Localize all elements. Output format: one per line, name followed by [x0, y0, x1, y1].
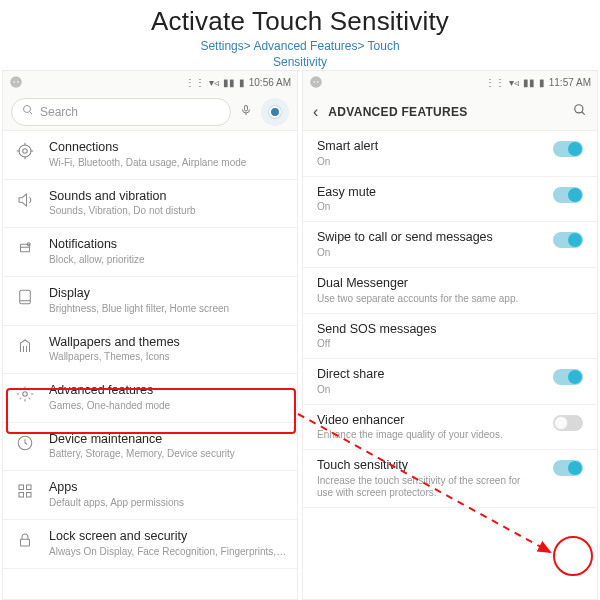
svg-point-3 — [24, 106, 31, 113]
settings-item-advanced[interactable]: Advanced featuresGames, One-handed mode — [3, 374, 297, 423]
svg-rect-16 — [20, 290, 31, 304]
signal-icon: ▮▮ — [523, 77, 535, 88]
item-title: Video enhancer — [317, 413, 537, 429]
item-subtitle: Always On Display, Face Recognition, Fin… — [49, 546, 287, 558]
svg-point-28 — [313, 81, 315, 83]
svg-line-4 — [30, 112, 33, 115]
item-subtitle: On — [317, 384, 537, 396]
settings-item-wallpaper[interactable]: Wallpapers and themesWallpapers, Themes,… — [3, 326, 297, 375]
svg-point-1 — [13, 81, 15, 83]
settings-item-connections[interactable]: ConnectionsWi-Fi, Bluetooth, Data usage,… — [3, 131, 297, 180]
wifi-icon: ▾◃ — [209, 77, 219, 88]
item-title: Swipe to call or send messages — [317, 230, 537, 246]
item-title: Send SOS messages — [317, 322, 583, 338]
item-subtitle: Increase the touch sensitivity of the sc… — [317, 475, 537, 499]
feature-item[interactable]: Swipe to call or send messagesOn — [303, 222, 597, 268]
lock-icon — [13, 529, 37, 549]
feature-item[interactable]: Smart alertOn — [303, 131, 597, 177]
item-subtitle: Wi-Fi, Bluetooth, Data usage, Airplane m… — [49, 157, 287, 169]
wifi-icon: ▾◃ — [509, 77, 519, 88]
item-title: Dual Messenger — [317, 276, 583, 292]
toggle-switch[interactable] — [553, 415, 583, 431]
breadcrumb: Settings> Advanced Features> Touch Sensi… — [0, 39, 600, 70]
svg-rect-25 — [27, 493, 32, 498]
status-time: 11:57 AM — [549, 77, 591, 88]
svg-point-7 — [23, 149, 28, 154]
mic-icon[interactable] — [239, 103, 253, 120]
battery-icon: ▮ — [539, 77, 545, 88]
settings-item-apps[interactable]: AppsDefault apps, App permissions — [3, 471, 297, 520]
phone-settings: ⋮⋮ ▾◃ ▮▮ ▮ 10:56 AM Search — [2, 70, 298, 600]
status-bar: ⋮⋮ ▾◃ ▮▮ ▮ 11:57 AM — [303, 71, 597, 93]
wallpaper-icon — [13, 335, 37, 355]
display-icon — [13, 286, 37, 306]
reddit-icon — [309, 75, 323, 89]
reddit-icon — [9, 75, 23, 89]
item-title: Sounds and vibration — [49, 189, 287, 205]
advanced-icon — [13, 383, 37, 403]
settings-item-display[interactable]: DisplayBrightness, Blue light filter, Ho… — [3, 277, 297, 326]
bluetooth-icon: ⋮⋮ — [485, 77, 505, 88]
feature-item[interactable]: Direct shareOn — [303, 359, 597, 405]
item-title: Notifications — [49, 237, 287, 253]
item-title: Easy mute — [317, 185, 537, 201]
toggle-switch[interactable] — [553, 232, 583, 248]
header-row: ‹ ADVANCED FEATURES — [303, 93, 597, 131]
maintenance-icon — [13, 432, 37, 452]
item-subtitle: On — [317, 247, 537, 259]
connections-icon — [13, 140, 37, 160]
item-subtitle: Games, One-handed mode — [49, 400, 287, 412]
search-icon — [22, 104, 34, 119]
battery-icon: ▮ — [239, 77, 245, 88]
feature-item[interactable]: Video enhancerEnhance the image quality … — [303, 405, 597, 451]
item-title: Device maintenance — [49, 432, 287, 448]
item-title: Apps — [49, 480, 287, 496]
svg-point-20 — [23, 392, 28, 397]
toggle-switch[interactable] — [553, 141, 583, 157]
page-title: Activate Touch Sensitivity — [0, 0, 600, 37]
item-title: Direct share — [317, 367, 537, 383]
back-icon[interactable]: ‹ — [313, 103, 318, 121]
item-subtitle: Off — [317, 338, 583, 350]
settings-item-sound[interactable]: Sounds and vibrationSounds, Vibration, D… — [3, 180, 297, 229]
svg-point-0 — [10, 76, 22, 88]
notifications-icon — [13, 237, 37, 257]
feature-item[interactable]: Touch sensitivityIncrease the touch sens… — [303, 450, 597, 508]
search-row: Search — [3, 93, 297, 131]
search-placeholder: Search — [40, 105, 78, 119]
item-subtitle: Default apps, App permissions — [49, 497, 287, 509]
search-icon[interactable] — [573, 103, 587, 120]
svg-point-29 — [317, 81, 319, 83]
item-subtitle: Block, allow, prioritize — [49, 254, 287, 266]
svg-point-2 — [17, 81, 19, 83]
settings-item-maintenance[interactable]: Device maintenanceBattery, Storage, Memo… — [3, 423, 297, 472]
item-title: Advanced features — [49, 383, 287, 399]
header-title: ADVANCED FEATURES — [328, 105, 563, 119]
svg-rect-22 — [19, 485, 24, 490]
toggle-switch[interactable] — [553, 187, 583, 203]
settings-item-lock[interactable]: Lock screen and securityAlways On Displa… — [3, 520, 297, 569]
feature-item[interactable]: Dual MessengerUse two separate accounts … — [303, 268, 597, 314]
feature-item[interactable]: Send SOS messagesOff — [303, 314, 597, 360]
svg-rect-26 — [21, 539, 30, 546]
signal-icon: ▮▮ — [223, 77, 235, 88]
item-subtitle: On — [317, 201, 537, 213]
avatar[interactable] — [261, 98, 289, 126]
settings-item-notifications[interactable]: NotificationsBlock, allow, prioritize — [3, 228, 297, 277]
toggle-switch[interactable] — [553, 369, 583, 385]
item-subtitle: Battery, Storage, Memory, Device securit… — [49, 448, 287, 460]
item-title: Smart alert — [317, 139, 537, 155]
svg-rect-5 — [245, 106, 248, 112]
svg-rect-24 — [19, 493, 24, 498]
toggle-switch[interactable] — [553, 460, 583, 476]
search-input[interactable]: Search — [11, 98, 231, 126]
item-subtitle: Sounds, Vibration, Do not disturb — [49, 205, 287, 217]
bluetooth-icon: ⋮⋮ — [185, 77, 205, 88]
svg-point-30 — [575, 105, 583, 113]
svg-point-27 — [310, 76, 322, 88]
phone-advanced-features: ⋮⋮ ▾◃ ▮▮ ▮ 11:57 AM ‹ ADVANCED FEATURES … — [302, 70, 598, 600]
item-subtitle: Wallpapers, Themes, Icons — [49, 351, 287, 363]
apps-icon — [13, 480, 37, 500]
feature-item[interactable]: Easy muteOn — [303, 177, 597, 223]
item-title: Touch sensitivity — [317, 458, 537, 474]
